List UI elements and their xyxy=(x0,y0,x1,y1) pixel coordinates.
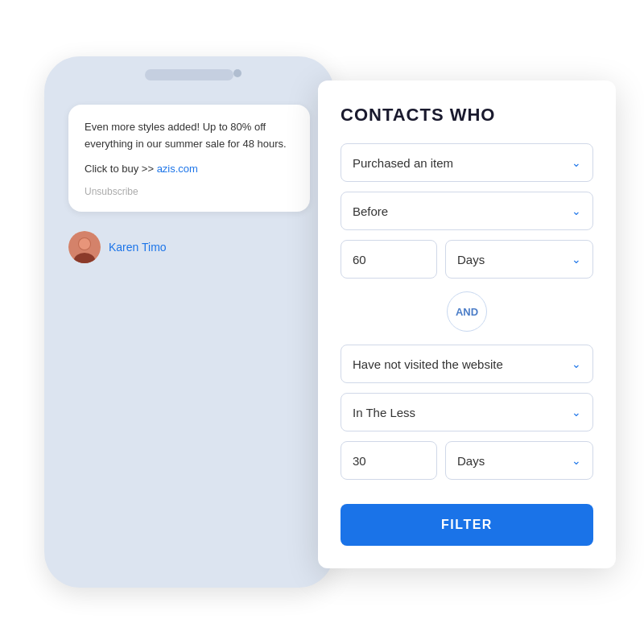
condition2-time-chevron: ⌄ xyxy=(572,406,581,419)
and-badge: AND xyxy=(447,291,487,332)
panel-title: CONTACTS WHO xyxy=(341,105,593,126)
condition2-unit-chevron: ⌄ xyxy=(572,454,581,467)
condition2-time-label: In The Less xyxy=(353,406,415,419)
filter-panel: CONTACTS WHO Purchased an item ⌄ Before … xyxy=(318,80,616,568)
condition2-time-select[interactable]: In The Less ⌄ xyxy=(341,393,593,431)
click-label: Click to buy >> xyxy=(85,163,154,175)
message-text: Even more styles added! Up to 80% off ev… xyxy=(85,119,294,153)
user-name: Karen Timo xyxy=(109,241,167,254)
condition1-unit-select[interactable]: Days ⌄ xyxy=(445,240,593,279)
condition2-time-row: In The Less ⌄ xyxy=(341,393,593,431)
condition2-action-label: Have not visited the website xyxy=(353,357,503,371)
condition2-action-select[interactable]: Have not visited the website ⌄ xyxy=(341,345,593,383)
phone-notch xyxy=(145,69,233,80)
scene: Even more styles added! Up to 80% off ev… xyxy=(28,32,616,612)
and-divider: AND xyxy=(341,291,593,332)
condition1-time-label: Before xyxy=(353,204,388,218)
user-row: Karen Timo xyxy=(68,231,310,263)
condition2-action-chevron: ⌄ xyxy=(572,357,581,370)
condition1-time-chevron: ⌄ xyxy=(572,204,581,217)
avatar xyxy=(68,231,101,263)
condition1-time-row: Before ⌄ xyxy=(341,192,593,230)
message-link: Click to buy >> azis.com xyxy=(85,163,294,175)
condition1-action-label: Purchased an item xyxy=(353,156,453,170)
message-bubble: Even more styles added! Up to 80% off ev… xyxy=(68,105,310,212)
condition1-time-select[interactable]: Before ⌄ xyxy=(341,192,593,230)
condition2-days-value: 30 xyxy=(353,454,366,468)
condition1-days-row: 60 Days ⌄ xyxy=(341,240,593,279)
condition2-unit-label: Days xyxy=(457,454,485,468)
condition2-days-row: 30 Days ⌄ xyxy=(341,441,593,480)
condition1-days-value: 60 xyxy=(353,253,366,266)
filter-button[interactable]: FILTER xyxy=(341,504,593,546)
condition1-action-chevron: ⌄ xyxy=(572,156,581,169)
condition1-action-row: Purchased an item ⌄ xyxy=(341,143,593,182)
condition1-unit-chevron: ⌄ xyxy=(572,253,581,266)
svg-point-3 xyxy=(79,238,90,250)
condition2-unit-select[interactable]: Days ⌄ xyxy=(445,441,593,480)
condition1-action-select[interactable]: Purchased an item ⌄ xyxy=(341,143,593,182)
condition1-unit-label: Days xyxy=(457,253,485,266)
condition1-days-input[interactable]: 60 xyxy=(341,240,437,279)
unsubscribe-link[interactable]: Unsubscribe xyxy=(85,186,294,197)
condition2-days-input[interactable]: 30 xyxy=(341,441,437,480)
website-link[interactable]: azis.com xyxy=(157,163,198,175)
condition2-action-row: Have not visited the website ⌄ xyxy=(341,345,593,383)
phone-mockup: Even more styles added! Up to 80% off ev… xyxy=(44,56,334,588)
phone-content: Even more styles added! Up to 80% off ev… xyxy=(68,105,310,555)
phone-camera xyxy=(233,69,242,77)
